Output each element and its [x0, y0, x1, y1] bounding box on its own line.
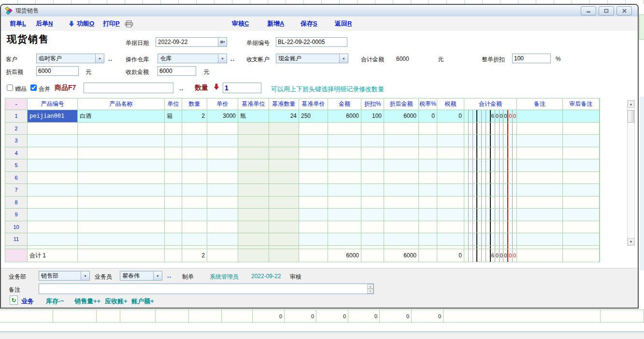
- refresh-icon[interactable]: ↻: [10, 296, 18, 305]
- grid-cell[interactable]: 100: [361, 110, 384, 122]
- grid-header-col[interactable]: 税率%: [419, 99, 437, 110]
- scrollbar-thumb[interactable]: [628, 110, 634, 123]
- grid-cell[interactable]: 3000: [207, 110, 238, 122]
- grid-row[interactable]: 1peijian001白酒箱23000瓶24250600010060000060…: [5, 110, 600, 123]
- save-button[interactable]: 保存S: [301, 16, 317, 31]
- grid-cell[interactable]: [384, 147, 419, 159]
- grid-cell[interactable]: [361, 246, 384, 249]
- customer-select[interactable]: 临时客户▼: [36, 54, 104, 63]
- grid-cell[interactable]: [563, 135, 600, 147]
- stock-link[interactable]: 库存-~: [46, 297, 64, 306]
- grid-cell[interactable]: [464, 172, 517, 184]
- grid-cell[interactable]: [165, 246, 182, 249]
- minimize-button[interactable]: [581, 6, 596, 15]
- grid-cell[interactable]: [299, 221, 328, 233]
- grid-cell[interactable]: [78, 197, 165, 209]
- salesperson-lookup-button[interactable]: ..: [167, 272, 172, 279]
- grid-row[interactable]: 11: [5, 233, 600, 246]
- grid-cell[interactable]: [419, 246, 437, 249]
- grid-row-number[interactable]: 9: [5, 209, 28, 221]
- docno-input[interactable]: [276, 37, 347, 47]
- grid-cell[interactable]: [437, 135, 464, 147]
- grid-cell[interactable]: [182, 233, 207, 245]
- grid-header-col[interactable]: 合计金额: [464, 99, 517, 110]
- grid-header-col[interactable]: 单位: [165, 99, 182, 110]
- grid-cell[interactable]: [563, 221, 600, 233]
- grid-cell[interactable]: 白酒: [78, 110, 165, 122]
- grid-cell[interactable]: [419, 209, 437, 221]
- grid-cell[interactable]: 250: [299, 110, 328, 122]
- grid-row-number[interactable]: 2: [5, 123, 28, 135]
- grid-cell[interactable]: [269, 172, 299, 184]
- receivable-link[interactable]: 应收账+: [105, 297, 128, 306]
- grid-cell[interactable]: [165, 184, 182, 196]
- next-doc-button[interactable]: 后单N: [36, 16, 53, 31]
- grid-cell[interactable]: [78, 221, 165, 233]
- grid-cell[interactable]: [464, 246, 517, 249]
- grid-cell[interactable]: [563, 123, 600, 135]
- printer-icon[interactable]: [125, 20, 133, 28]
- grid-cell[interactable]: [78, 159, 165, 171]
- grid-cell[interactable]: [269, 221, 299, 233]
- date-picker[interactable]: 2022-09-22 ▦▾: [156, 37, 227, 47]
- grid-cell[interactable]: [517, 209, 563, 221]
- grid-cell[interactable]: [182, 197, 207, 209]
- grid-cell[interactable]: [384, 184, 419, 196]
- grid-cell[interactable]: [299, 246, 328, 249]
- grid-cell[interactable]: [437, 209, 464, 221]
- grid-header-col[interactable]: 税额: [437, 99, 464, 110]
- grid-cell[interactable]: [78, 184, 165, 196]
- grid-cell[interactable]: [182, 184, 207, 196]
- chevron-down-icon[interactable]: ▼: [153, 271, 162, 280]
- grid-cell[interactable]: [464, 147, 517, 159]
- grid-cell[interactable]: [361, 159, 384, 171]
- grid-cell[interactable]: [207, 159, 238, 171]
- grid-cell[interactable]: [182, 159, 207, 171]
- grid-cell[interactable]: [384, 123, 419, 135]
- grid-cell[interactable]: [299, 172, 328, 184]
- grid-row[interactable]: 2: [5, 123, 600, 135]
- grid-cell[interactable]: [419, 197, 437, 209]
- note-spinner[interactable]: ▲ ▼: [367, 284, 373, 294]
- grid-cell[interactable]: [207, 233, 238, 245]
- grid-cell[interactable]: [517, 147, 563, 159]
- title-bar[interactable]: 现货销售: [1, 5, 638, 17]
- grid-cell[interactable]: [269, 197, 299, 209]
- grid-cell[interactable]: [361, 221, 384, 233]
- grid-cell[interactable]: [78, 123, 165, 135]
- grid-cell[interactable]: [207, 123, 238, 135]
- gift-checkbox[interactable]: [7, 85, 13, 91]
- grid-cell[interactable]: 2: [182, 110, 207, 122]
- grid-cell[interactable]: [269, 184, 299, 196]
- grid-cell[interactable]: 箱: [165, 110, 182, 122]
- sales-volume-link[interactable]: 销售量++: [74, 297, 100, 306]
- grid-cell[interactable]: [517, 233, 563, 245]
- grid-cell[interactable]: [269, 135, 299, 147]
- grid-row[interactable]: 7: [5, 184, 600, 197]
- grid-cell[interactable]: [238, 209, 269, 221]
- grid-cell[interactable]: [269, 246, 299, 249]
- grid-cell[interactable]: [437, 184, 464, 196]
- grid-cell[interactable]: [182, 221, 207, 233]
- grid-cell[interactable]: [165, 172, 182, 184]
- grid-cell[interactable]: [328, 209, 361, 221]
- grid-cell[interactable]: [207, 197, 238, 209]
- grid-cell[interactable]: [238, 135, 269, 147]
- grid-cell[interactable]: [384, 246, 419, 249]
- grid-cell[interactable]: [563, 184, 600, 196]
- grid-row-number[interactable]: 5: [5, 159, 28, 171]
- grid-cell[interactable]: [78, 246, 165, 249]
- grid-cell[interactable]: [437, 221, 464, 233]
- chevron-down-icon[interactable]: ▼: [339, 54, 348, 63]
- grid-cell[interactable]: [517, 110, 563, 122]
- grid-cell[interactable]: 600000: [464, 110, 517, 122]
- account-select[interactable]: 现金账户▼: [276, 54, 348, 63]
- grid-cell[interactable]: [299, 233, 328, 245]
- merge-checkbox[interactable]: [30, 85, 37, 91]
- grid-cell[interactable]: [517, 197, 563, 209]
- grid-cell[interactable]: [563, 172, 600, 184]
- grid-cell[interactable]: [165, 123, 182, 135]
- grid-cell[interactable]: [464, 123, 517, 135]
- grid-cell[interactable]: [328, 135, 361, 147]
- grid-cell[interactable]: [563, 159, 600, 171]
